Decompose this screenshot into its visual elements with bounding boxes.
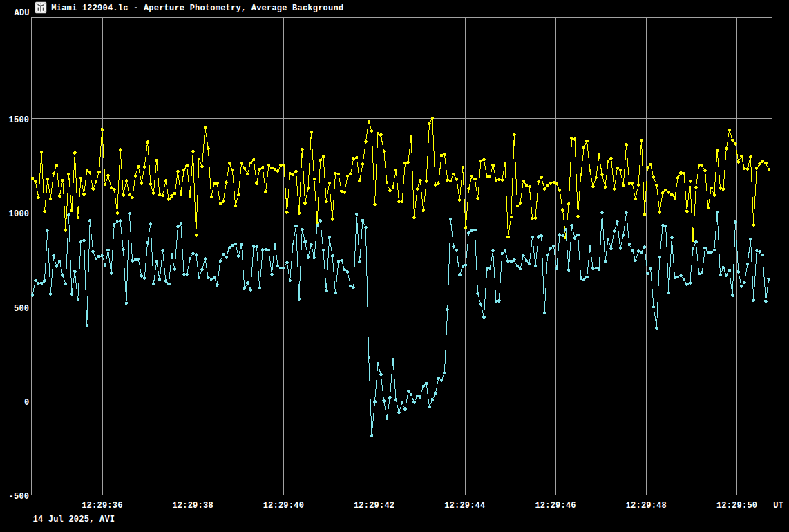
svg-text:12:29:50: 12:29:50 — [716, 501, 757, 511]
svg-text:ADU: ADU — [15, 8, 30, 18]
svg-text:12:29:36: 12:29:36 — [82, 501, 122, 511]
svg-text:1500: 1500 — [9, 115, 30, 125]
svg-text:12:29:44: 12:29:44 — [444, 501, 485, 511]
svg-text:12:29:40: 12:29:40 — [263, 501, 304, 511]
svg-text:12:29:42: 12:29:42 — [354, 501, 394, 511]
svg-text:UT: UT — [773, 501, 783, 511]
svg-text:1000: 1000 — [9, 209, 30, 219]
svg-text:12:29:48: 12:29:48 — [626, 501, 667, 511]
svg-text:-500: -500 — [9, 492, 30, 502]
svg-text:Miami 122904.lc - Aperture Pho: Miami 122904.lc - Aperture Photometry, A… — [51, 3, 343, 13]
svg-text:14 Jul 2025, AVI: 14 Jul 2025, AVI — [33, 515, 115, 524]
svg-text:500: 500 — [14, 304, 29, 314]
svg-text:0: 0 — [24, 398, 29, 408]
svg-text:12:29:38: 12:29:38 — [172, 501, 213, 511]
svg-text:12:29:46: 12:29:46 — [535, 501, 576, 511]
